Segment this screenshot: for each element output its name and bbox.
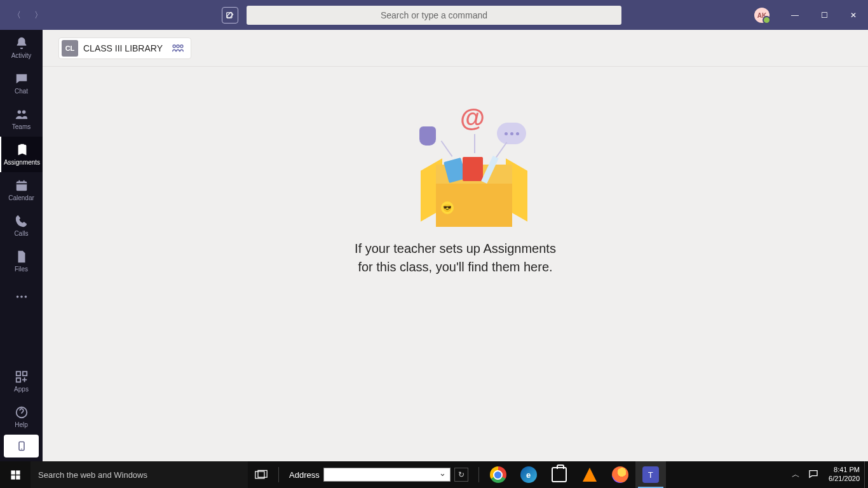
rail-more[interactable]: [0, 279, 43, 315]
separator: [43, 66, 868, 67]
apps-icon: [15, 370, 29, 384]
thumbs-up-icon: [419, 126, 436, 146]
vlc-icon: [583, 468, 597, 482]
rail-mobile-button[interactable]: [4, 435, 39, 458]
svg-rect-7: [16, 372, 20, 376]
address-input[interactable]: [323, 468, 451, 482]
window-close-button[interactable]: ✕: [839, 0, 868, 30]
tray-overflow-button[interactable]: ︿: [787, 469, 804, 480]
compose-button[interactable]: [222, 7, 238, 24]
rail-calls[interactable]: Calls: [0, 208, 43, 243]
taskbar-app-chrome[interactable]: [483, 461, 513, 488]
svg-rect-17: [11, 475, 15, 479]
rail-label: Activity: [11, 52, 32, 59]
class-badge: CL: [62, 40, 78, 57]
svg-point-14: [180, 45, 183, 48]
avatar[interactable]: AK: [754, 8, 770, 23]
rail-activity[interactable]: Activity: [0, 30, 43, 65]
windows-taskbar: Search the web and Windows Address ↻ e T…: [0, 461, 868, 488]
empty-state-text: If your teacher sets up Assignments for …: [43, 240, 868, 276]
svg-point-5: [20, 295, 23, 298]
taskbar-app-teams[interactable]: T: [635, 461, 666, 488]
empty-illustration: @ 😎: [402, 101, 548, 228]
show-desktop-button[interactable]: [864, 461, 868, 488]
svg-point-4: [16, 295, 18, 298]
rail-label: Files: [15, 266, 28, 273]
svg-point-6: [24, 295, 27, 298]
address-refresh-button[interactable]: ↻: [454, 468, 468, 482]
task-view-icon: [255, 470, 268, 480]
windows-icon: [10, 470, 21, 480]
svg-rect-16: [16, 470, 20, 474]
rail-label: Assignments: [4, 159, 40, 166]
start-button[interactable]: [0, 461, 31, 488]
rail-label: Help: [15, 421, 28, 428]
file-icon: [15, 250, 29, 264]
mobile-icon: [17, 439, 27, 453]
svg-point-1: [17, 111, 20, 114]
svg-rect-8: [22, 372, 26, 376]
task-view-button[interactable]: [248, 461, 275, 488]
cool-emoji-icon: 😎: [441, 201, 454, 214]
taskbar-search-input[interactable]: Search the web and Windows: [31, 461, 248, 488]
svg-rect-9: [16, 378, 20, 382]
rail-label: Calendar: [8, 194, 34, 201]
rail-label: Teams: [12, 123, 31, 130]
teams-icon: [15, 107, 29, 121]
chrome-icon: [490, 466, 506, 483]
nav-back-icon[interactable]: 〈: [9, 8, 24, 23]
nav-forward-icon[interactable]: 〉: [31, 8, 46, 23]
address-label: Address: [289, 470, 320, 480]
phone-icon: [15, 214, 29, 228]
app-rail: Activity Chat Teams Assignments Calendar…: [0, 30, 43, 461]
at-icon: @: [460, 104, 485, 132]
rail-label: Apps: [14, 386, 29, 393]
edge-icon: e: [520, 466, 537, 483]
taskbar-clock[interactable]: 8:41 PM 6/21/2020: [822, 466, 864, 484]
svg-rect-3: [16, 182, 27, 191]
rail-chat[interactable]: Chat: [0, 65, 43, 101]
rail-help[interactable]: Help: [0, 399, 43, 435]
rail-label: Calls: [14, 230, 28, 237]
breakout-rooms-icon[interactable]: [172, 43, 184, 55]
address-toolbar: Address ↻: [283, 468, 475, 482]
firefox-icon: [612, 466, 628, 483]
taskbar-app-firefox[interactable]: [605, 461, 635, 488]
svg-rect-18: [16, 475, 20, 479]
class-name: CLASS III LIBRARY: [83, 43, 163, 53]
taskbar-app-store[interactable]: [544, 461, 574, 488]
more-icon: [15, 290, 29, 304]
class-selector[interactable]: CL CLASS III LIBRARY: [58, 37, 191, 59]
bell-icon: [15, 36, 29, 50]
rail-calendar[interactable]: Calendar: [0, 172, 43, 208]
taskbar-app-vlc[interactable]: [574, 461, 605, 488]
svg-point-13: [177, 45, 179, 48]
svg-point-2: [22, 111, 25, 114]
rail-apps[interactable]: Apps: [0, 363, 43, 399]
chat-icon: [15, 72, 29, 86]
action-center-button[interactable]: [804, 469, 822, 481]
teams-app-icon: T: [642, 466, 659, 483]
assignments-icon: [15, 143, 29, 157]
search-input[interactable]: Search or type a command: [247, 6, 621, 25]
help-icon: [15, 405, 29, 419]
calendar-icon: [15, 179, 29, 193]
rail-teams[interactable]: Teams: [0, 101, 43, 137]
taskbar-app-edge[interactable]: e: [513, 461, 544, 488]
rail-label: Chat: [15, 88, 28, 95]
main-content: CL CLASS III LIBRARY @ 😎 If your teacher…: [43, 30, 868, 461]
svg-rect-15: [11, 470, 15, 474]
system-tray: ︿ 8:41 PM 6/21/2020: [787, 461, 868, 488]
svg-point-12: [173, 45, 175, 48]
rail-assignments[interactable]: Assignments: [0, 137, 43, 172]
window-maximize-button[interactable]: ☐: [810, 0, 839, 30]
notification-icon: [808, 469, 818, 479]
store-icon: [552, 467, 567, 482]
rail-files[interactable]: Files: [0, 243, 43, 279]
window-minimize-button[interactable]: ―: [780, 0, 810, 30]
chat-bubble-icon: [497, 123, 526, 144]
teams-titlebar: 〈 〉 Search or type a command AK ― ☐ ✕: [0, 0, 868, 30]
